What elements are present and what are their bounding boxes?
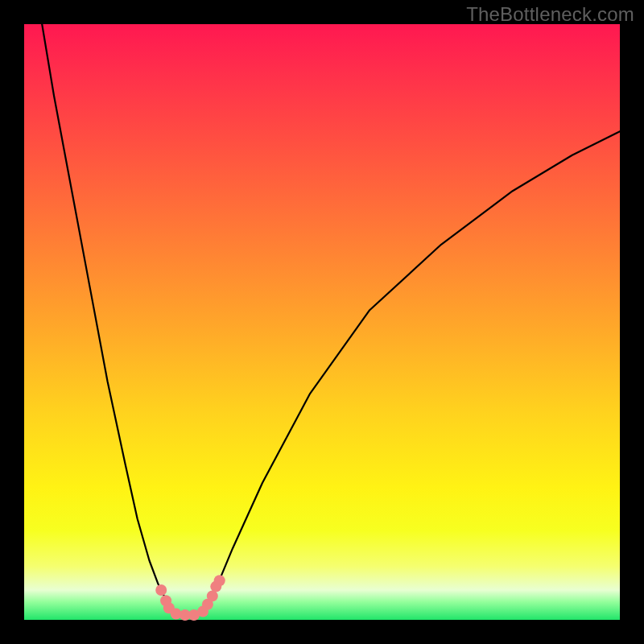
plot-area bbox=[24, 24, 620, 620]
attribution-label: TheBottleneck.com bbox=[466, 3, 634, 26]
bottleneck-curve-left bbox=[42, 24, 185, 615]
marker-point bbox=[155, 584, 167, 596]
chart-frame: TheBottleneck.com bbox=[0, 0, 644, 644]
marker-point bbox=[214, 575, 225, 586]
bottleneck-curve-right bbox=[197, 131, 620, 615]
curve-svg bbox=[24, 24, 620, 620]
marker-group bbox=[155, 575, 225, 621]
